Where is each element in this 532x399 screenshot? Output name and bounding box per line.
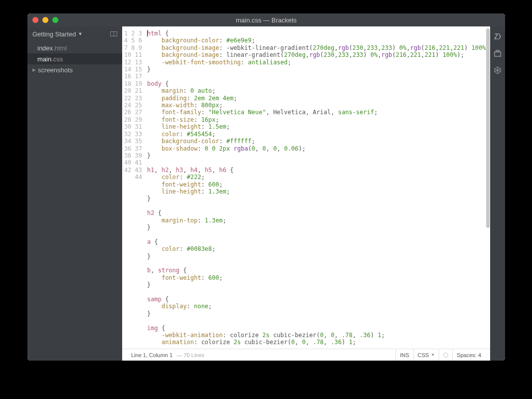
project-name: Getting Started — [32, 30, 76, 38]
line-gutter: 1 2 3 4 5 6 7 8 9 10 11 12 13 14 15 16 1… — [122, 26, 146, 349]
window-title: main.css — Brackets — [27, 16, 505, 24]
statusbar: Line 1, Column 1 — 70 Lines INS CSS▼ Spa… — [122, 349, 490, 361]
circle-icon — [443, 353, 448, 358]
titlebar: main.css — Brackets — [27, 13, 505, 26]
live-preview-icon[interactable] — [494, 32, 502, 40]
file-item-index[interactable]: index.html — [27, 42, 122, 53]
file-item-main[interactable]: main.css — [27, 53, 122, 64]
sidebar: Getting Started ▼ index.htmlmain.css ▶sc… — [27, 26, 122, 361]
editor-panel: 1 2 3 4 5 6 7 8 9 10 11 12 13 14 15 16 1… — [122, 26, 490, 361]
svg-rect-0 — [495, 52, 501, 56]
folder-list: ▶screenshots — [27, 64, 122, 75]
folder-item-screenshots[interactable]: ▶screenshots — [27, 64, 122, 75]
project-header[interactable]: Getting Started ▼ — [27, 26, 122, 41]
cursor-position[interactable]: Line 1, Column 1 — [127, 352, 177, 358]
close-button[interactable] — [32, 17, 38, 23]
chevron-down-icon: ▼ — [78, 31, 82, 36]
vertical-scrollbar[interactable] — [486, 26, 490, 349]
indent-setting[interactable]: Spaces: 4 — [452, 349, 485, 361]
minimize-button[interactable] — [42, 17, 48, 23]
code-area[interactable]: html { background-color: #e6e9e9; backgr… — [146, 26, 490, 349]
working-files: index.htmlmain.css — [27, 41, 122, 64]
scrollbar-thumb[interactable] — [486, 28, 490, 228]
maximize-button[interactable] — [52, 17, 58, 23]
app-window: main.css — Brackets Getting Started ▼ in… — [27, 13, 505, 361]
language-mode[interactable]: CSS▼ — [413, 349, 439, 361]
extensions-icon[interactable] — [494, 49, 502, 57]
editor[interactable]: 1 2 3 4 5 6 7 8 9 10 11 12 13 14 15 16 1… — [122, 26, 490, 349]
plugin-icon[interactable] — [494, 66, 502, 74]
main-area: Getting Started ▼ index.htmlmain.css ▶sc… — [27, 26, 505, 361]
line-count: — 70 Lines — [177, 352, 204, 358]
insert-mode[interactable]: INS — [395, 349, 413, 361]
split-view-icon[interactable] — [110, 31, 117, 36]
right-toolbar — [490, 26, 505, 361]
linting-status[interactable] — [439, 349, 452, 361]
svg-rect-1 — [496, 50, 499, 52]
triangle-right-icon: ▶ — [32, 67, 36, 72]
traffic-lights — [27, 17, 58, 23]
